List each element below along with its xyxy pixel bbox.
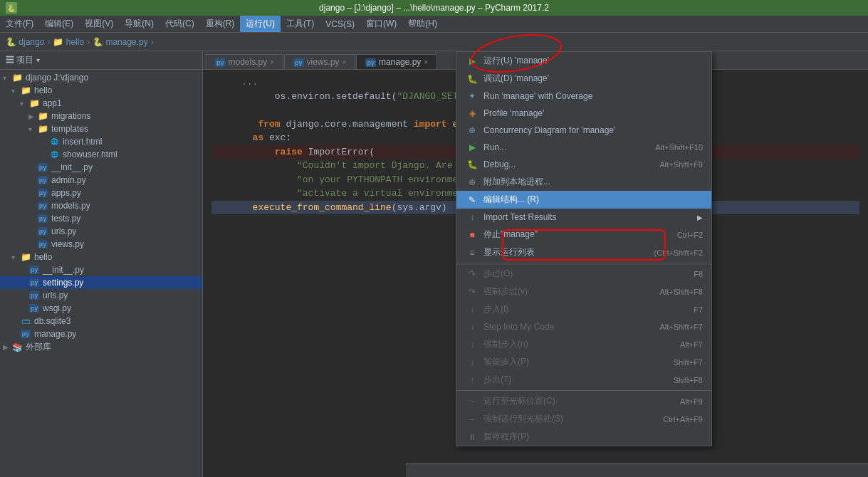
run-menu-force-run-cursor[interactable]: → 强制运行到光标处(S) Ctrl+Alt+F9 xyxy=(456,410,711,428)
edit-struct-label: 编辑结构... (R) xyxy=(483,194,703,206)
menu-window[interactable]: 窗口(W) xyxy=(360,16,402,32)
run-menu-debug-manage[interactable]: 🐛 调试(D) 'manage' xyxy=(456,70,711,88)
run-menu-debug-dots[interactable]: 🐛 Debug... Alt+Shift+F9 xyxy=(456,156,711,173)
run-menu-coverage[interactable]: ✦ Run 'manage' with Coverage xyxy=(456,88,711,105)
tab-label-views: views.py xyxy=(307,57,340,67)
tree-showuser-html[interactable]: 🌐 showuser.html xyxy=(0,148,202,161)
menu-view[interactable]: 视图(V) xyxy=(79,16,119,32)
tab-views-py[interactable]: py views.py × xyxy=(284,54,355,69)
run-menu[interactable]: ▶ 运行(U) 'manage' 🐛 调试(D) 'manage' ✦ Run … xyxy=(456,51,712,446)
breadcrumb: 🐍 django › 📁 hello › 🐍 manage.py › xyxy=(0,33,868,51)
tree-arrow-templates: ▾ xyxy=(28,125,37,133)
tree-init2-py[interactable]: py __init__.py xyxy=(0,263,202,276)
tree-settings-py[interactable]: py settings.py xyxy=(0,276,202,289)
run-menu-edit-struct[interactable]: ✎ 编辑结构... (R) xyxy=(456,191,711,209)
step-over-shortcut: F8 xyxy=(694,270,703,278)
menu-vcs[interactable]: VCS(S) xyxy=(320,16,360,32)
run-manage-label: 运行(U) 'manage' xyxy=(483,55,703,67)
pause-label: 暂停程序(P) xyxy=(483,431,703,443)
step-into-label: 步入(I) xyxy=(483,303,679,315)
run-menu-run-manage[interactable]: ▶ 运行(U) 'manage' xyxy=(456,52,711,70)
run-menu-concurrency[interactable]: ⊕ Concurrency Diagram for 'manage' xyxy=(456,122,711,139)
tree-init1-py[interactable]: py __init__.py xyxy=(0,161,202,174)
run-menu-attach[interactable]: ⊕ 附加到本地进程... xyxy=(456,173,711,191)
menu-run[interactable]: 运行(U) xyxy=(240,16,281,32)
tab-manage-py[interactable]: py manage.py × xyxy=(356,54,437,69)
tree-label-urls1: urls.py xyxy=(51,226,76,236)
tree-label-app1: app1 xyxy=(43,98,62,108)
debug-dots-shortcut: Alt+Shift+F9 xyxy=(659,160,703,169)
breadcrumb-django[interactable]: 🐍 django xyxy=(6,37,44,47)
breadcrumb-hello[interactable]: 📁 hello xyxy=(53,37,84,47)
tree-hello2[interactable]: ▾ 📁 hello xyxy=(0,251,202,263)
run-menu-step-over[interactable]: ↷ 步过(O) F8 xyxy=(456,265,711,283)
run-menu-run-to-cursor[interactable]: → 运行至光标位置(C) Alt+F9 xyxy=(456,392,711,410)
menu-bar: 文件(F) 编辑(E) 视图(V) 导航(N) 代码(C) 重构(R) 运行(U… xyxy=(0,16,868,33)
tree-urls1-py[interactable]: py urls.py xyxy=(0,225,202,238)
breadcrumb-managepy[interactable]: 🐍 manage.py xyxy=(93,37,148,47)
tree-app1[interactable]: ▾ 📁 app1 xyxy=(0,97,202,110)
tree-django-root[interactable]: ▾ 📁 django J:\django xyxy=(0,71,202,84)
app-icon: 🐍 xyxy=(6,2,17,14)
menu-file[interactable]: 文件(F) xyxy=(0,16,39,32)
tree-arrow-django: ▾ xyxy=(3,74,11,82)
tree-arrow-hello1: ▾ xyxy=(11,87,20,95)
tab-label-models: models.py xyxy=(229,57,268,67)
run-menu-force-step-into[interactable]: ↓ 强制步入(n) Alt+F7 xyxy=(456,335,711,353)
tree-urls2-py[interactable]: py urls.py xyxy=(0,289,202,302)
tree-label-django: django J:\django xyxy=(26,73,88,83)
menu-code[interactable]: 代码(C) xyxy=(160,16,200,32)
tree-insert-html[interactable]: 🌐 insert.html xyxy=(0,135,202,148)
tab-close-manage[interactable]: × xyxy=(424,58,428,66)
run-menu-step-into[interactable]: ↓ 步入(I) F7 xyxy=(456,300,711,318)
run-menu-step-out[interactable]: ↑ 步出(T) Shift+F8 xyxy=(456,371,711,389)
sidebar-project-label: ☰ 项目 xyxy=(6,54,33,66)
menu-navigate[interactable]: 导航(N) xyxy=(119,16,160,32)
run-menu-step-into-my-code[interactable]: ↓ Step Into My Code Alt+Shift+F7 xyxy=(456,318,711,335)
tab-close-models[interactable]: × xyxy=(270,58,274,66)
run-menu-stop-manage[interactable]: ■ 停止"manage" Ctrl+F2 xyxy=(456,226,711,243)
run-menu-show-list[interactable]: ≡ 显示运行列表 (Ctrl+Shift+F2 xyxy=(456,243,711,261)
step-into-my-code-shortcut: Alt+Shift+F7 xyxy=(659,323,703,331)
tree-templates[interactable]: ▾ 📁 templates xyxy=(0,122,202,135)
run-menu-run-dots[interactable]: ▶ Run... Alt+Shift+F10 xyxy=(456,139,711,156)
tree-wsgi-py[interactable]: py wsgi.py xyxy=(0,302,202,315)
tree-manage-py-root[interactable]: py manage.py xyxy=(0,327,202,340)
tree-views-py[interactable]: py views.py xyxy=(0,238,202,251)
tab-models-py[interactable]: py models.py × xyxy=(206,54,283,69)
tab-py-icon-views: py xyxy=(293,57,304,67)
tab-close-views[interactable]: × xyxy=(343,58,347,66)
tree-db-sqlite3[interactable]: 🗃 db.sqlite3 xyxy=(0,315,202,327)
menu-help[interactable]: 帮助(H) xyxy=(402,16,443,32)
py-icon-models: py xyxy=(37,200,48,211)
tree-external-libs[interactable]: ▶ 📚 外部库 xyxy=(0,340,202,354)
folder-icon-app1: 📁 xyxy=(28,98,40,109)
sidebar-dropdown-arrow[interactable]: ▾ xyxy=(36,56,40,64)
coverage-icon: ✦ xyxy=(465,91,479,101)
run-cursor-icon: → xyxy=(465,397,479,407)
menu-tools[interactable]: 工具(T) xyxy=(281,16,320,32)
py-icon-tests: py xyxy=(37,213,48,224)
run-menu-smart-step[interactable]: ↓ 智能步入(P) Shift+F7 xyxy=(456,353,711,371)
run-menu-profile[interactable]: ◈ Profile 'manage' xyxy=(456,105,711,122)
tree-admin-py[interactable]: py admin.py xyxy=(0,174,202,187)
tree-label-urls2: urls.py xyxy=(43,290,68,300)
run-dots-label: Run... xyxy=(483,142,641,152)
run-menu-import-test[interactable]: ↓ Import Test Results ▶ xyxy=(456,209,711,226)
content-area: py models.py × py views.py × py manage.p… xyxy=(203,51,868,477)
tree-migrations[interactable]: ▶ 📁 migrations xyxy=(0,110,202,122)
tree-models-py[interactable]: py models.py xyxy=(0,199,202,212)
tree-apps-py[interactable]: py apps.py xyxy=(0,187,202,199)
menu-sep-2 xyxy=(456,390,711,391)
run-menu-force-step-over[interactable]: ↷ 强制步过(v) Alt+Shift+F8 xyxy=(456,283,711,300)
tree-label-models: models.py xyxy=(51,201,90,211)
edit-struct-icon: ✎ xyxy=(465,195,479,205)
tree-tests-py[interactable]: py tests.py xyxy=(0,212,202,225)
menu-refactor[interactable]: 重构(R) xyxy=(200,16,241,32)
run-menu-pause[interactable]: ⏸ 暂停程序(P) xyxy=(456,428,711,446)
tree-hello1[interactable]: ▾ 📁 hello xyxy=(0,84,202,97)
py-icon-admin: py xyxy=(37,174,48,186)
tree-label-hello2: hello xyxy=(34,252,52,262)
menu-edit[interactable]: 编辑(E) xyxy=(39,16,79,32)
main-layout: ☰ 项目 ▾ ▾ 📁 django J:\django ▾ 📁 hello ▾ xyxy=(0,51,868,477)
